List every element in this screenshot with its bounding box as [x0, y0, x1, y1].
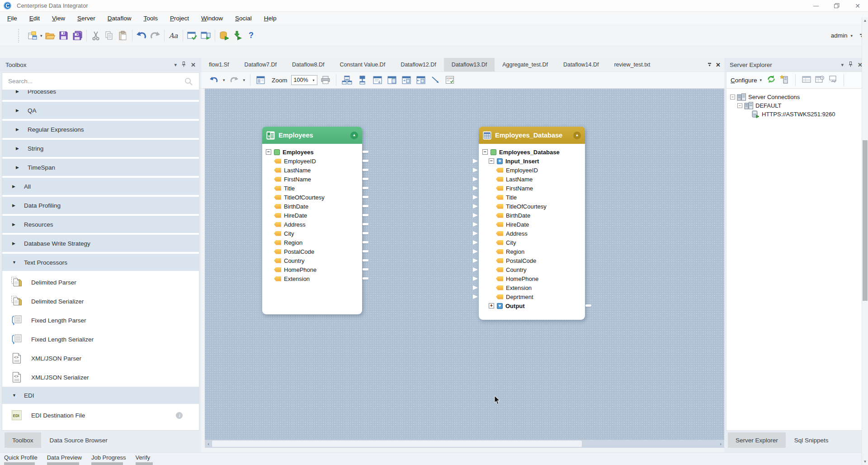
input-port[interactable] [473, 276, 478, 281]
scroll-left-icon[interactable]: ‹ [205, 441, 212, 446]
node-row-input-insert[interactable]: −✶Input_Insert [479, 157, 585, 166]
output-port[interactable] [363, 241, 368, 243]
doc-tab-constant-value-df[interactable]: Constant Value.Df [332, 58, 393, 71]
toolbox-tool-fixed-length-serializer[interactable]: Fixed Length Serializer [2, 330, 199, 349]
field-homephone[interactable]: HomePhone [479, 274, 585, 283]
output-port[interactable] [363, 160, 368, 162]
doc-tab-dataflow14-df[interactable]: Dataflow14.Df [556, 58, 607, 71]
collapse-minus-icon[interactable]: − [482, 149, 488, 155]
field-city[interactable]: City [479, 238, 585, 247]
doc-tab-dataflow12-df[interactable]: Dataflow12.Df [393, 58, 444, 71]
user-menu[interactable]: admin▾ [831, 32, 854, 39]
save-all-button[interactable] [71, 28, 84, 43]
cut-button[interactable] [89, 28, 103, 43]
field-firstname[interactable]: FirstName [479, 184, 585, 193]
output-port[interactable] [363, 277, 368, 280]
field-country[interactable]: Country [262, 256, 362, 265]
toolbox-tool-fixed-length-parser[interactable]: Fixed Length Parser [2, 311, 199, 330]
panel-tab-toolbox[interactable]: Toolbox [5, 432, 41, 448]
field-city[interactable]: City [262, 229, 362, 238]
print-button[interactable] [319, 73, 332, 87]
field-titleofcourtesy[interactable]: TitleOfCourtesy [479, 202, 585, 211]
menu-window[interactable]: Window [201, 15, 223, 22]
paste-button[interactable] [116, 28, 130, 43]
input-port[interactable] [473, 186, 478, 190]
help-button[interactable]: ? [245, 28, 258, 43]
toolbox-category-data-profiling[interactable]: ▶Data Profiling [2, 197, 199, 214]
restore-button[interactable] [826, 0, 847, 11]
canvas-hscrollbar[interactable]: ‹ › [205, 440, 724, 448]
input-port[interactable] [473, 195, 478, 199]
field-hiredate[interactable]: HireDate [262, 211, 362, 220]
input-port[interactable] [473, 168, 478, 172]
layout-preview-button[interactable] [255, 73, 267, 87]
doc-tab-dataflow8-df[interactable]: Dataflow8.Df [284, 58, 332, 71]
new-dropdown-caret[interactable]: ▾ [40, 33, 42, 38]
toolbox-category-resources[interactable]: ▶Resources [2, 216, 199, 233]
toolbox-category-timespan[interactable]: ▶TimeSpan [2, 159, 199, 176]
field-postalcode[interactable]: PostalCode [262, 247, 362, 256]
tree-item-https-astwks251-9260[interactable]: HTTPS://ASTWKS251:9260 [726, 110, 866, 119]
menu-edit[interactable]: Edit [29, 15, 40, 22]
job-list-button[interactable] [802, 76, 811, 85]
field-title[interactable]: Title [479, 193, 585, 202]
database-load-button[interactable] [217, 28, 231, 43]
toolbox-close-icon[interactable]: ✕ [191, 62, 196, 67]
output-port[interactable] [363, 232, 368, 234]
node-row-employees[interactable]: −Employees [262, 147, 362, 157]
field-lastname[interactable]: LastName [479, 175, 585, 184]
menu-view[interactable]: View [52, 15, 65, 22]
copy-button[interactable] [103, 28, 116, 43]
menu-social[interactable]: Social [235, 15, 252, 22]
toolbox-category-regular-expressions[interactable]: ▶Regular Expressions [2, 121, 199, 138]
collapse-minus-icon[interactable]: − [737, 103, 742, 108]
align-right-button[interactable] [415, 73, 427, 87]
field-employeeid[interactable]: EmployeeID [262, 157, 362, 166]
field-birthdate[interactable]: BirthDate [479, 211, 585, 220]
data-preview-grid-button[interactable]: 0100110 [443, 73, 456, 87]
hscrollbar-thumb[interactable] [212, 441, 582, 447]
layout-vertical-button[interactable] [356, 73, 369, 87]
status-tab-verify[interactable]: Verify [136, 453, 153, 465]
scroll-right-icon[interactable]: › [717, 441, 724, 446]
expand-plus-icon[interactable]: + [489, 303, 494, 308]
output-port[interactable] [363, 196, 368, 198]
field-hiredate[interactable]: HireDate [479, 220, 585, 229]
doc-tab-dataflow7-df[interactable]: Dataflow7.Df [236, 58, 284, 71]
field-country[interactable]: Country [479, 265, 585, 274]
doc-tab-review-test-txt[interactable]: review_test.txt [606, 58, 658, 71]
menu-file[interactable]: File [7, 15, 17, 22]
font-button[interactable]: Aa [167, 28, 180, 43]
toolbox-category-text-processors[interactable]: ▼Text Processors [2, 254, 199, 271]
output-port[interactable] [363, 178, 368, 180]
field-region[interactable]: Region [262, 238, 362, 247]
status-tab-job-progress[interactable]: Job Progress [91, 453, 126, 465]
menu-server[interactable]: Server [77, 15, 95, 22]
canvas-redo-caret[interactable]: ▾ [243, 78, 245, 82]
open-button[interactable] [43, 28, 57, 43]
collapse-minus-icon[interactable]: − [489, 158, 494, 164]
redo-button[interactable] [148, 28, 162, 43]
close-button[interactable]: ✕ [847, 0, 868, 11]
output-port[interactable] [363, 250, 368, 252]
new-dataflow-button[interactable] [26, 28, 39, 43]
canvas-undo-caret[interactable]: ▾ [223, 78, 225, 82]
status-tab-quick-profile[interactable]: Quick Profile [4, 453, 38, 465]
field-title[interactable]: Title [262, 184, 362, 193]
toolbox-pin-icon[interactable] [182, 62, 186, 68]
input-port[interactable] [473, 177, 478, 181]
toolbox-tool-xml-json-parser[interactable]: <>XML/JSON Parser [2, 349, 199, 368]
collapse-node-button[interactable]: ▲ [573, 132, 581, 139]
field-homephone[interactable]: HomePhone [262, 265, 362, 274]
zoom-select[interactable]: 100% ▾ [291, 75, 317, 85]
field-address[interactable]: Address [262, 220, 362, 229]
toolbox-category-processes[interactable]: ▶Processes [2, 90, 199, 100]
output-port[interactable] [585, 304, 591, 307]
output-port[interactable] [363, 151, 368, 153]
field-extension[interactable]: Extension [479, 283, 585, 292]
input-port[interactable] [473, 240, 478, 245]
input-port[interactable] [473, 294, 478, 299]
toolbox-category-all[interactable]: ▶All [2, 178, 199, 195]
tree-item-server-connections[interactable]: −Server Connections [726, 93, 866, 101]
field-titleofcourtesy[interactable]: TitleOfCourtesy [262, 193, 362, 202]
